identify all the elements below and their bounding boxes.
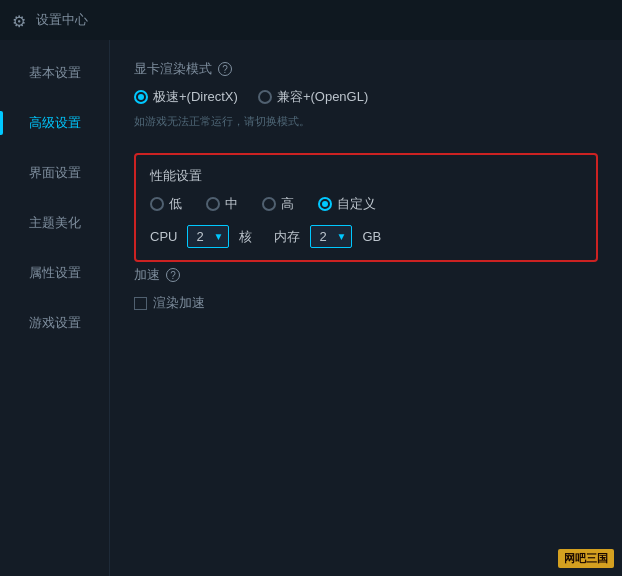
- sidebar-label-ui: 界面设置: [29, 164, 81, 182]
- gpu-radio-group: 极速+(DirectX) 兼容+(OpenGL): [134, 88, 598, 106]
- preset-low[interactable]: 低: [150, 195, 182, 213]
- sidebar-item-basic[interactable]: 基本设置: [0, 48, 109, 98]
- radio-directx-label: 极速+(DirectX): [153, 88, 238, 106]
- perf-controls-row: CPU 1 2 4 6 8 ▼ 核 内存: [150, 225, 582, 248]
- sidebar-label-game: 游戏设置: [29, 314, 81, 332]
- radio-directx-circle: [134, 90, 148, 104]
- sidebar-label-advanced: 高级设置: [29, 114, 81, 132]
- cpu-select[interactable]: 1 2 4 6 8: [187, 225, 229, 248]
- preset-low-label: 低: [169, 195, 182, 213]
- sidebar-item-attr[interactable]: 属性设置: [0, 248, 109, 298]
- mem-unit: GB: [362, 229, 381, 244]
- title-bar: ⚙ 设置中心: [0, 0, 622, 40]
- radio-opengl[interactable]: 兼容+(OpenGL): [258, 88, 368, 106]
- checkbox-box: [134, 297, 147, 310]
- cpu-label: CPU: [150, 229, 177, 244]
- radio-directx[interactable]: 极速+(DirectX): [134, 88, 238, 106]
- content-area: 显卡渲染模式 ? 极速+(DirectX) 兼容+(OpenGL) 如游戏无法正…: [110, 40, 622, 576]
- performance-box: 性能设置 低 中 高: [134, 153, 598, 262]
- settings-icon: ⚙: [12, 12, 28, 28]
- preset-custom[interactable]: 自定义: [318, 195, 376, 213]
- sidebar-item-game[interactable]: 游戏设置: [0, 298, 109, 348]
- accel-section: 加速 ? 渲染加速: [134, 266, 598, 312]
- gpu-section: 显卡渲染模式 ? 极速+(DirectX) 兼容+(OpenGL) 如游戏无法正…: [134, 60, 598, 129]
- preset-high-label: 高: [281, 195, 294, 213]
- cpu-select-wrapper: 1 2 4 6 8 ▼: [187, 225, 229, 248]
- preset-high-circle: [262, 197, 276, 211]
- watermark: 网吧三国: [558, 549, 614, 568]
- sidebar-item-theme[interactable]: 主题美化: [0, 198, 109, 248]
- accel-help-icon[interactable]: ?: [166, 268, 180, 282]
- perf-title: 性能设置: [150, 167, 582, 185]
- preset-mid[interactable]: 中: [206, 195, 238, 213]
- preset-mid-label: 中: [225, 195, 238, 213]
- preset-custom-label: 自定义: [337, 195, 376, 213]
- gpu-help-icon[interactable]: ?: [218, 62, 232, 76]
- gpu-section-label: 显卡渲染模式 ?: [134, 60, 598, 78]
- sidebar-label-attr: 属性设置: [29, 264, 81, 282]
- sidebar-item-advanced[interactable]: 高级设置: [0, 98, 109, 148]
- sidebar: 基本设置 高级设置 界面设置 主题美化 属性设置 游戏设置: [0, 40, 110, 576]
- accel-section-label: 加速 ?: [134, 266, 598, 284]
- mem-select-wrapper: 1 2 4 6 8 ▼: [310, 225, 352, 248]
- sidebar-label-basic: 基本设置: [29, 64, 81, 82]
- preset-custom-circle: [318, 197, 332, 211]
- app-window: ⚙ 设置中心 基本设置 高级设置 界面设置 主题美化 属性设置 游戏设置: [0, 0, 622, 576]
- cpu-unit: 核: [239, 228, 252, 246]
- mem-select[interactable]: 1 2 4 6 8: [310, 225, 352, 248]
- sidebar-item-ui[interactable]: 界面设置: [0, 148, 109, 198]
- mem-label: 内存: [274, 228, 300, 246]
- preset-low-circle: [150, 197, 164, 211]
- radio-opengl-circle: [258, 90, 272, 104]
- perf-preset-row: 低 中 高 自定义: [150, 195, 582, 213]
- radio-opengl-label: 兼容+(OpenGL): [277, 88, 368, 106]
- checkbox-label: 渲染加速: [153, 294, 205, 312]
- sidebar-label-theme: 主题美化: [29, 214, 81, 232]
- title-bar-text: 设置中心: [36, 11, 88, 29]
- render-accel-checkbox[interactable]: 渲染加速: [134, 294, 598, 312]
- preset-mid-circle: [206, 197, 220, 211]
- main-layout: 基本设置 高级设置 界面设置 主题美化 属性设置 游戏设置 显卡渲: [0, 40, 622, 576]
- gpu-hint-text: 如游戏无法正常运行，请切换模式。: [134, 114, 598, 129]
- preset-high[interactable]: 高: [262, 195, 294, 213]
